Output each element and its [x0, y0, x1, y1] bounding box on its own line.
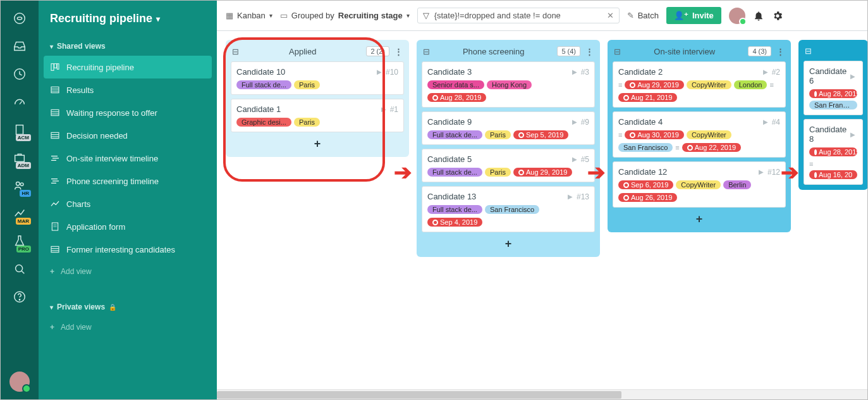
tag[interactable]: CopyWriter	[687, 80, 731, 89]
sidebar-item-recruiting-pipeline[interactable]: Recruiting pipeline	[44, 56, 212, 78]
kanban-card[interactable]: Candidate 2▶#2≡Aug 29, 2019CopyWriterLon…	[613, 61, 786, 108]
tag[interactable]: Full stack de...	[236, 80, 291, 89]
column-menu-icon[interactable]: ⋮	[394, 47, 403, 56]
play-icon[interactable]: ▶	[850, 131, 855, 138]
play-icon[interactable]: ▶	[568, 193, 573, 200]
user-avatar[interactable]	[729, 8, 745, 24]
play-icon[interactable]: ▶	[572, 118, 577, 125]
kanban-card[interactable]: Candidate 4▶#4≡Aug 30, 2019CopyWriterSan…	[613, 111, 786, 158]
tag[interactable]: Full stack de...	[427, 130, 482, 139]
brain-logo-icon[interactable]	[6, 6, 34, 31]
date-tag[interactable]: Sep 4, 2019	[427, 218, 482, 227]
column-menu-icon[interactable]: ⋮	[585, 47, 594, 56]
horizontal-scrollbar[interactable]	[217, 389, 867, 399]
trend-icon[interactable]: MAR	[6, 201, 34, 226]
inbox-icon[interactable]	[6, 34, 34, 59]
flask-icon[interactable]: PRO	[6, 228, 34, 254]
collapse-icon[interactable]: ⊟	[423, 47, 430, 56]
gauge-icon[interactable]	[6, 89, 34, 115]
add-card-button[interactable]: +	[417, 232, 600, 252]
shared-views-section[interactable]: ▾ Shared views	[39, 37, 217, 56]
play-icon[interactable]: ▶	[763, 68, 768, 75]
sidebar-item-waiting-response-to-offer[interactable]: Waiting response to offer	[39, 101, 217, 124]
kanban-card[interactable]: Candidate 10▶#10Full stack de...Paris	[231, 61, 404, 95]
date-tag[interactable]: Aug 28, 2019	[809, 89, 857, 98]
date-tag[interactable]: Sep 5, 2019	[513, 130, 568, 139]
tag[interactable]: Paris	[294, 118, 320, 127]
group-by[interactable]: ▭ Grouped by Recruiting stage ▾	[280, 11, 410, 20]
tag[interactable]: Paris	[485, 168, 511, 177]
invite-button[interactable]: 👤⁺ Invite	[666, 7, 721, 24]
collapse-icon[interactable]: ⊟	[232, 47, 239, 56]
tag[interactable]: Paris	[294, 80, 320, 89]
sidebar-item-application-form[interactable]: Application form	[39, 215, 217, 238]
play-icon[interactable]: ▶	[377, 68, 382, 75]
tag[interactable]: Full stack de...	[427, 168, 482, 177]
batch-button[interactable]: ✎ Batch	[627, 11, 659, 20]
clock-icon[interactable]	[6, 61, 34, 87]
collapse-icon[interactable]: ⊟	[805, 46, 812, 56]
date-tag[interactable]: Aug 29, 2019	[513, 168, 572, 177]
briefcase-icon[interactable]: ADM	[6, 145, 34, 170]
kanban-card[interactable]: Candidate 8▶Aug 28, 2019≡Aug 16, 20	[804, 119, 863, 185]
kanban-card[interactable]: Candidate 9▶#9Full stack de...ParisSep 5…	[422, 111, 595, 145]
add-view-shared[interactable]: + Add view	[39, 261, 217, 282]
kanban-card[interactable]: Candidate 13▶#13Full stack de...San Fran…	[422, 186, 595, 232]
building-icon[interactable]: ACM	[6, 117, 34, 142]
kanban-card[interactable]: Candidate 1▶#1Graphic desi...Paris	[231, 99, 404, 132]
collapse-icon[interactable]: ⊟	[614, 47, 621, 56]
sidebar-item-charts[interactable]: Charts	[39, 192, 217, 215]
sidebar-item-phone-screening-timeline[interactable]: Phone screening timeline	[39, 170, 217, 192]
view-switcher[interactable]: ▦ Kanban ▾	[226, 11, 272, 20]
gear-icon[interactable]	[772, 10, 783, 22]
kanban-card[interactable]: Candidate 6▶Aug 28, 2019San Francisco	[804, 61, 863, 115]
play-icon[interactable]: ▶	[572, 156, 577, 163]
play-icon[interactable]: ▶	[850, 73, 855, 80]
play-icon[interactable]: ▶	[572, 68, 577, 75]
tag[interactable]: CopyWriter	[676, 180, 721, 189]
kanban-card[interactable]: Candidate 12▶#12Sep 6, 2019CopyWriterBer…	[613, 161, 786, 208]
add-card-button[interactable]: +	[226, 132, 409, 152]
help-icon[interactable]	[6, 284, 34, 309]
tag[interactable]: San Francisco	[809, 101, 857, 109]
kanban-card[interactable]: Candidate 3▶#3Senior data s...Hong KongA…	[422, 61, 595, 108]
date-tag[interactable]: Aug 29, 2019	[625, 80, 683, 89]
sidebar-item-former-interesting-candidates[interactable]: Former interesting candidates	[39, 238, 217, 261]
private-views-section[interactable]: ▾ Private views 🔒	[39, 297, 217, 316]
date-tag[interactable]: Aug 22, 2019	[682, 143, 741, 152]
date-tag[interactable]: Aug 16, 20	[809, 170, 857, 179]
add-card-button[interactable]: +	[608, 208, 791, 227]
bell-icon[interactable]	[753, 10, 764, 22]
tag[interactable]: Hong Kong	[487, 80, 532, 89]
date-tag[interactable]: Sep 6, 2019	[618, 180, 673, 189]
tag[interactable]: Senior data s...	[427, 80, 484, 89]
tag[interactable]: Berlin	[723, 180, 751, 189]
tag[interactable]: CopyWriter	[687, 130, 731, 139]
board-scroll[interactable]: ⊟Applied2 (2)⋮Candidate 10▶#10Full stack…	[217, 31, 867, 399]
tag[interactable]: Graphic desi...	[236, 118, 291, 127]
date-tag[interactable]: Aug 21, 2019	[618, 93, 677, 102]
tag[interactable]: San Francisco	[485, 205, 539, 214]
play-icon[interactable]: ▶	[763, 118, 768, 125]
sidebar-item-results[interactable]: Results	[39, 78, 217, 101]
scrollbar-thumb[interactable]	[217, 391, 621, 399]
sidebar-item-decision-needed[interactable]: Decision needed	[39, 124, 217, 147]
user-avatar[interactable]	[9, 372, 30, 392]
play-icon[interactable]: ▶	[759, 168, 764, 175]
date-tag[interactable]: Aug 30, 2019	[625, 130, 683, 139]
tag[interactable]: San Francisco	[618, 143, 673, 152]
tag[interactable]: London	[734, 80, 767, 89]
date-tag[interactable]: Aug 28, 2019	[427, 93, 486, 102]
add-view-private[interactable]: + Add view	[39, 316, 217, 338]
date-tag[interactable]: Aug 28, 2019	[809, 147, 857, 156]
filter-box[interactable]: ▽ {state}!=dropped and state != done ✕	[417, 8, 620, 23]
workspace-title[interactable]: Recruiting pipeline ▾	[39, 3, 217, 37]
people-icon[interactable]: HR	[6, 173, 34, 198]
tag[interactable]: Full stack de...	[427, 205, 482, 214]
date-tag[interactable]: Aug 26, 2019	[618, 193, 677, 202]
search-icon[interactable]	[6, 256, 34, 282]
clear-filter-icon[interactable]: ✕	[607, 11, 614, 20]
play-icon[interactable]: ▶	[381, 106, 386, 113]
sidebar-item-on-site-interview-timeline[interactable]: On-site interview timeline	[39, 147, 217, 170]
kanban-card[interactable]: Candidate 5▶#5Full stack de...ParisAug 2…	[422, 149, 595, 182]
